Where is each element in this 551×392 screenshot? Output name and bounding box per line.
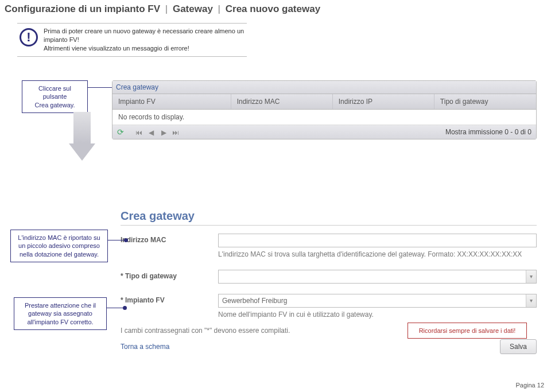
row-plant: * Impianto FV Gewerbehof Freiburg ▾ Nome…	[121, 294, 537, 320]
callout-remember-save: Ricordarsi sempre di salvare i dati!	[408, 323, 527, 339]
input-mac[interactable]	[218, 234, 537, 247]
arrow-down-icon	[73, 112, 91, 161]
alert-icon: !	[20, 28, 38, 46]
breadcrumb-1: Configurazione di un impianto FV	[5, 3, 160, 14]
prev-page-icon[interactable]: ◀	[148, 129, 156, 137]
create-gateway-link[interactable]: Crea gateway	[116, 83, 158, 91]
first-page-icon[interactable]: ⏮	[135, 129, 143, 137]
label-type: * Tipo di gateway	[121, 270, 218, 284]
col-tipo-gateway[interactable]: Tipo di gateway	[434, 94, 536, 109]
callout-assign-fv: Prestare attenzione che il gateway sia a…	[14, 297, 107, 330]
info-block: ! Prima di poter creare un nuovo gateway…	[17, 23, 247, 57]
grid-nav: ⟳ ⏮ ◀ ▶ ⏭	[117, 127, 181, 137]
callout-mac-sticker: L'indirizzo MAC è riportato su un piccol…	[10, 230, 108, 262]
page-footer: Pagina 12	[515, 382, 544, 389]
chevron-down-icon: ▾	[526, 294, 536, 307]
grid-empty-row: No records to display.	[112, 110, 536, 125]
breadcrumb-3: Crea nuovo gateway	[226, 3, 320, 14]
connector-line	[107, 308, 124, 308]
breadcrumb-2: Gateway	[173, 3, 213, 14]
refresh-icon[interactable]: ⟳	[117, 127, 126, 137]
hint-plant: Nome dell'impianto FV in cui è utilizzat…	[218, 310, 537, 320]
hint-mac: L'indirizzo MAC si trova sulla targhetta…	[218, 250, 537, 259]
form-title: Crea gateway	[121, 209, 537, 226]
info-text: Prima di poter creare un nuovo gateway è…	[44, 27, 247, 53]
form-bottom: Torna a schema Salva	[121, 339, 537, 354]
select-plant[interactable]: Gewerbehof Freiburg ▾	[218, 294, 537, 308]
select-type[interactable]: ▾	[218, 270, 537, 284]
connector-line	[88, 87, 113, 88]
grid-footer: ⟳ ⏮ ◀ ▶ ⏭ Mostra immissione 0 - 0 di 0	[112, 125, 536, 139]
grid-headers: Impianto FV Indirizzo MAC Indirizzo IP T…	[112, 94, 536, 110]
row-type: * Tipo di gateway ▾	[121, 270, 537, 284]
connector-line	[108, 240, 125, 240]
breadcrumb-sep: |	[165, 3, 168, 14]
col-impianto-fv[interactable]: Impianto FV	[112, 94, 231, 109]
breadcrumb: Configurazione di un impianto FV | Gatew…	[0, 0, 551, 20]
label-mac: Indirizzo MAC	[121, 234, 218, 259]
back-link[interactable]: Torna a schema	[121, 343, 169, 351]
select-plant-value: Gewerbehof Freiburg	[222, 297, 287, 305]
col-indirizzo-mac[interactable]: Indirizzo MAC	[231, 94, 333, 109]
connector-dot	[123, 306, 127, 310]
row-mac: Indirizzo MAC L'indirizzo MAC si trova s…	[121, 234, 537, 259]
chevron-down-icon: ▾	[526, 270, 536, 283]
save-button[interactable]: Salva	[500, 339, 537, 354]
breadcrumb-sep: |	[218, 3, 220, 14]
col-indirizzo-ip[interactable]: Indirizzo IP	[333, 94, 434, 109]
grid-toolbar: Crea gateway	[112, 81, 536, 94]
label-plant: * Impianto FV	[121, 294, 218, 320]
grid-status: Mostra immissione 0 - 0 di 0	[445, 128, 531, 136]
next-page-icon[interactable]: ▶	[160, 129, 168, 137]
last-page-icon[interactable]: ⏭	[172, 129, 180, 137]
gateway-grid: Crea gateway Impianto FV Indirizzo MAC I…	[112, 80, 537, 139]
connector-dot	[124, 238, 128, 242]
callout-click-create: Cliccare sul pulsante Crea gateway.	[22, 80, 88, 113]
